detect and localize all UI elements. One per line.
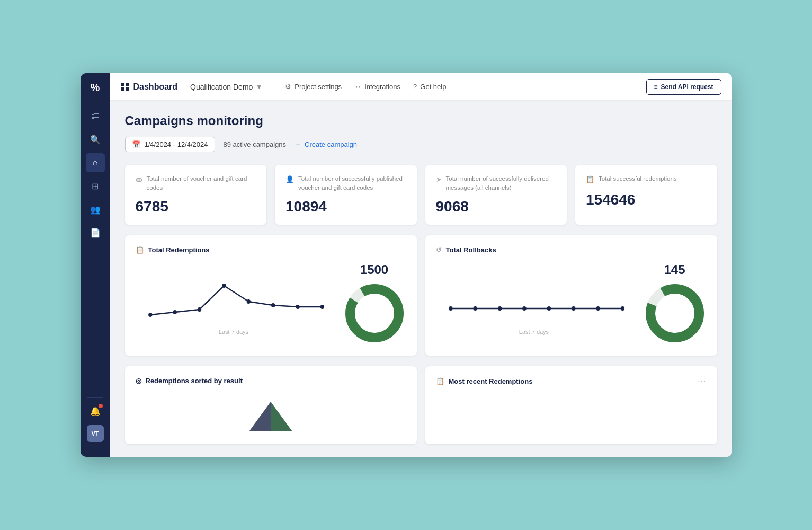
donut-redemptions: 1500 [343,262,406,345]
main-area: Dashboard Qualification Demo ▼ ⚙ Project… [110,73,732,456]
nav-integrations[interactable]: ↔ Integrations [349,80,406,94]
topbar-right: ≡ Send API request [646,79,721,95]
stat-card-2: ➤ Total number of successfully delivered… [425,165,567,224]
chart-title-rollbacks: ↺ Total Rollbacks [436,246,707,254]
page-title: Campaigns monitoring [125,113,717,128]
bottom-card-title-0: ◎ Redemptions sorted by result [136,377,243,385]
notification-icon[interactable]: 🔔 [86,402,105,421]
nav-label-settings: Project settings [295,83,342,91]
date-range-button[interactable]: 📅 1/4/2024 - 12/4/2024 [125,137,215,152]
stat-icon-1: 👤 [285,175,294,184]
sidebar-item-search[interactable]: 🔍 [86,130,105,149]
line-chart-label-rollbacks: Last 7 days [436,329,632,335]
sidebar-item-grid[interactable]: ⊞ [86,176,105,196]
donut-value-redemptions: 1500 [360,262,388,277]
recent-redemptions-icon: 📋 [436,377,444,385]
svg-point-3 [222,284,226,288]
stat-icon-3: 📋 [586,175,594,184]
chart-inner-redemptions: Last 7 days 1500 [136,262,406,345]
bottom-card-header-1: 📋 Most recent Redemptions ··· [436,377,707,386]
stat-value-1: 10894 [285,198,406,215]
chart-card-redemptions: 📋 Total Redemptions [125,235,417,356]
date-range-label: 1/4/2024 - 12/4/2024 [145,140,208,148]
bottom-card-title-1: 📋 Most recent Redemptions [436,377,533,385]
svg-point-10 [449,306,452,311]
stat-label-3: 📋 Total successful redemptions [586,174,707,184]
send-api-label: Send API request [661,83,713,91]
donut-rollbacks: 145 [643,262,707,345]
active-campaigns-count: 89 active campaigns [224,140,287,148]
plus-icon: ＋ [295,140,301,149]
stat-card-1: 👤 Total number of successfully published… [275,165,417,224]
logo-grid-icon [121,83,129,91]
more-options-button[interactable]: ··· [698,377,706,386]
sidebar-item-users[interactable]: 👥 [86,200,105,219]
svg-point-4 [246,299,250,304]
sidebar-item-home[interactable]: ⌂ [86,153,105,172]
line-chart-label-redemptions: Last 7 days [136,329,332,335]
stat-value-3: 154646 [586,191,707,208]
stat-icon-0: 🎟 [136,175,142,184]
stat-card-3: 📋 Total successful redemptions 154646 [575,165,717,224]
sidebar-item-voucher[interactable]: 🏷 [86,107,105,126]
sidebar-divider [87,397,103,398]
topbar-nav: ⚙ Project settings ↔ Integrations ? Get … [280,80,451,94]
topbar-separator [271,82,271,92]
topbar-logo: Dashboard [121,82,178,92]
stat-value-2: 9068 [436,198,557,215]
calendar-icon: 📅 [132,140,140,148]
line-chart-rollbacks [436,272,632,325]
svg-point-1 [173,310,176,314]
chart-card-rollbacks: ↺ Total Rollbacks [425,235,717,356]
svg-point-17 [620,306,624,311]
avatar[interactable]: VT [87,425,104,442]
nav-label-integrations: Integrations [364,83,400,91]
chart-title-redemptions: 📋 Total Redemptions [136,246,406,254]
redemptions-sorted-chart-placeholder [136,391,406,434]
topbar: Dashboard Qualification Demo ▼ ⚙ Project… [110,73,732,101]
content-area: Campaigns monitoring 📅 1/4/2024 - 12/4/2… [110,101,732,456]
sidebar: % 🏷 🔍 ⌂ ⊞ 👥 📄 🔔 VT [81,73,110,456]
stats-grid: 🎟 Total number of voucher and gift card … [125,165,717,224]
create-campaign-button[interactable]: ＋ Create campaign [295,140,357,149]
bottom-grid: ◎ Redemptions sorted by result [125,366,717,444]
redemptions-sorted-icon: ◎ [136,377,141,385]
bottom-card-header-0: ◎ Redemptions sorted by result [136,377,406,385]
stat-value-0: 6785 [136,198,256,215]
send-api-button[interactable]: ≡ Send API request [646,79,721,95]
stat-icon-2: ➤ [436,175,442,184]
bottom-card-recent-redemptions: 📋 Most recent Redemptions ··· [425,366,717,444]
nav-get-help[interactable]: ? Get help [408,80,451,94]
project-selector[interactable]: Qualification Demo ▼ [190,83,262,91]
sidebar-item-doc[interactable]: 📄 [86,223,105,242]
redemptions-chart-icon: 📋 [136,246,144,254]
app-title: Dashboard [133,82,178,92]
svg-point-11 [473,306,477,311]
stat-label-0: 🎟 Total number of voucher and gift card … [136,174,256,191]
sidebar-bottom: 🔔 VT [86,402,105,448]
bottom-card-redemptions-sorted: ◎ Redemptions sorted by result [125,366,417,444]
svg-point-14 [547,306,550,311]
settings-icon: ⚙ [285,83,291,91]
svg-point-12 [497,306,501,311]
toolbar: 📅 1/4/2024 - 12/4/2024 89 active campaig… [125,137,717,152]
create-campaign-label: Create campaign [305,140,357,148]
rollbacks-chart-icon: ↺ [436,246,442,254]
svg-point-13 [522,306,526,311]
svg-point-5 [271,303,274,307]
notification-badge [99,404,103,408]
nav-project-settings[interactable]: ⚙ Project settings [280,80,347,94]
help-icon: ? [413,83,417,91]
donut-value-rollbacks: 145 [664,262,685,277]
integrations-icon: ↔ [354,83,361,91]
sidebar-logo: % [91,82,100,94]
svg-point-16 [596,306,600,311]
chart-inner-rollbacks: Last 7 days 145 [436,262,707,345]
project-name: Qualification Demo [190,83,253,91]
svg-point-7 [320,305,324,309]
dropdown-icon: ▼ [256,83,262,91]
charts-grid: 📋 Total Redemptions [125,235,717,356]
stat-label-1: 👤 Total number of successfully published… [285,174,406,191]
nav-label-help: Get help [420,83,446,91]
svg-point-15 [571,306,575,311]
